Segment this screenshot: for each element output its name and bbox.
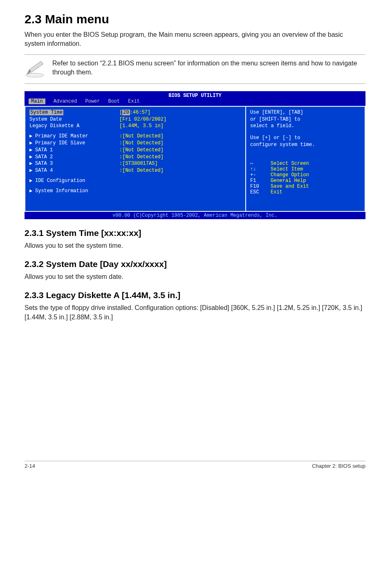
bios-right-panel: Use [ENTER], [TAB] or [SHIFT-TAB] to sel… [246, 106, 365, 212]
row-system-information[interactable]: ▶System Information [29, 188, 241, 195]
tab-boot[interactable]: Boot [108, 99, 120, 104]
triangle-icon: ▶ [29, 167, 35, 174]
bios-keymap: ↔Select Screen ↑↓Select Item +-Change Op… [250, 161, 361, 195]
triangle-icon: ▶ [29, 154, 35, 161]
help-line: select a field. [250, 123, 361, 130]
text-231: Allows you to set the system time. [25, 241, 365, 250]
tab-power[interactable]: Power [85, 99, 100, 104]
row-legacy-diskette[interactable]: Legacy Diskette A [1.44M, 3.5 in] [29, 123, 241, 130]
footer-page-number: 2-14 [25, 463, 35, 469]
note-text: Refer to section “2.2.1 BIOS menu screen… [52, 59, 365, 77]
row-system-time[interactable]: System Time [20:46:57] [29, 109, 241, 116]
tab-advanced[interactable]: Advanced [54, 99, 77, 104]
bios-title: BIOS SETUP UTILITY [25, 91, 365, 99]
triangle-icon: ▶ [29, 147, 35, 154]
page-footer: 2-14 Chapter 2: BIOS setup [25, 461, 365, 469]
text-233: Sets the type of floppy drive installed.… [25, 303, 365, 322]
row-sata3[interactable]: ▶SATA 3 :[ST380817AS] [29, 160, 241, 167]
help-line: Use [ENTER], [TAB] [250, 109, 361, 116]
heading-233: 2.3.3 Legacy Diskette A [1.44M, 3.5 in.] [25, 290, 365, 300]
note-block: Refer to section “2.2.1 BIOS menu screen… [25, 54, 365, 84]
bios-copyright: v00.00 (C)Copyright 1985-2002, American … [25, 212, 365, 219]
row-primary-ide-slave[interactable]: ▶Primary IDE Slave :[Not Detected] [29, 140, 241, 147]
row-ide-configuration[interactable]: ▶IDE Configuration [29, 177, 241, 184]
heading-232: 2.3.2 System Date [Day xx/xx/xxxx] [25, 259, 365, 269]
help-line: configure system time. [250, 141, 361, 148]
pencil-icon [25, 59, 45, 79]
row-sata2[interactable]: ▶SATA 2 :[Not Detected] [29, 154, 241, 161]
bios-menubar: Main Advanced Power Boot Exit [25, 99, 365, 106]
row-sata4[interactable]: ▶SATA 4 :[Not Detected] [29, 167, 241, 174]
row-sata1[interactable]: ▶SATA 1 :[Not Detected] [29, 147, 241, 154]
triangle-icon: ▶ [29, 133, 35, 140]
footer-chapter: Chapter 2: BIOS setup [312, 463, 365, 469]
bios-window: BIOS SETUP UTILITY Main Advanced Power B… [25, 91, 365, 219]
triangle-icon: ▶ [29, 160, 35, 167]
row-system-date[interactable]: System Date [Fri 02/08/2002] [29, 116, 241, 123]
bios-left-panel: System Time [20:46:57] System Date [Fri … [25, 106, 246, 212]
triangle-icon: ▶ [29, 188, 35, 195]
heading-231: 2.3.1 System Time [xx:xx:xx] [25, 228, 365, 238]
tab-main[interactable]: Main [29, 99, 45, 104]
intro-text: When you enter the BIOS Setup program, t… [25, 30, 365, 49]
text-232: Allows you to set the system date. [25, 272, 365, 281]
tab-exit[interactable]: Exit [128, 99, 140, 104]
help-line: Use [+] or [-] to [250, 135, 361, 141]
page-title: 2.3 Main menu [25, 12, 365, 26]
row-primary-ide-master[interactable]: ▶Primary IDE Master :[Not Detected] [29, 133, 241, 140]
help-line: or [SHIFT-TAB] to [250, 116, 361, 123]
triangle-icon: ▶ [29, 177, 35, 184]
triangle-icon: ▶ [29, 140, 35, 147]
